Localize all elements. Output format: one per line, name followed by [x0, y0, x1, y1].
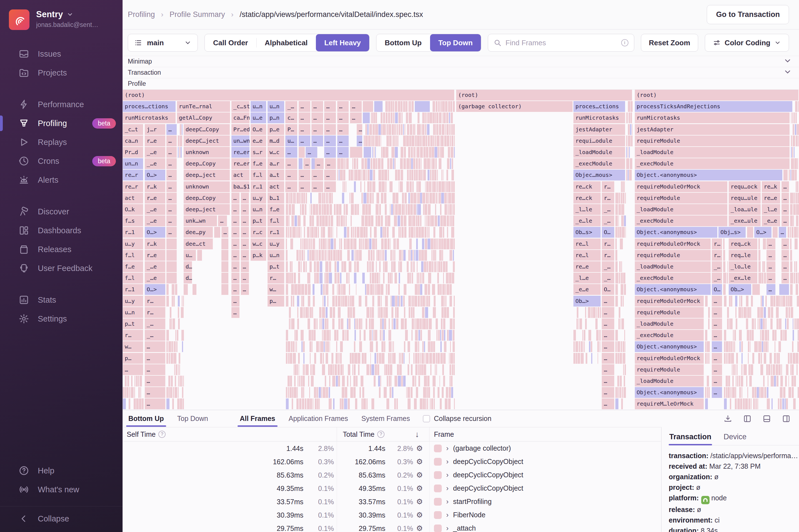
flame-frame[interactable]: f…l	[267, 215, 284, 226]
flame-frame[interactable]: …	[241, 250, 249, 261]
flame-frame[interactable]: …	[231, 215, 240, 226]
sidebar-item-crons[interactable]: Cronsbeta	[0, 152, 123, 170]
flame-frame[interactable]: …	[231, 296, 240, 306]
flame-frame[interactable]: …	[312, 181, 323, 192]
sidebar-item-settings[interactable]: Settings	[0, 309, 123, 328]
collapse-recursion-checkbox[interactable]: Collapse recursion	[423, 415, 491, 423]
flame-frame[interactable]: Pr…ed	[231, 124, 249, 135]
flame-frame[interactable]: re…ck	[573, 193, 601, 204]
segment-call-order[interactable]: Call Order	[205, 34, 256, 51]
flame-frame[interactable]: deepC…ject	[184, 135, 230, 146]
band-profile[interactable]: Profile	[123, 78, 799, 89]
flame-frame[interactable]: deep…ject	[184, 170, 230, 180]
frame-name-cell[interactable]: ›deepCyclicCopyObject	[434, 457, 523, 466]
flame-frame[interactable]	[364, 147, 371, 158]
flame-frame[interactable]: requ…ock	[729, 181, 761, 192]
flame-frame[interactable]: getAl…Copy	[177, 112, 230, 123]
table-row[interactable]: 29.75ms0.1%29.75ms0.1%⚙›_attach	[123, 522, 661, 532]
flame-frame[interactable]: e…e	[250, 135, 266, 146]
flame-frame[interactable]: u…n	[250, 204, 266, 215]
flame-frame[interactable]: _…e	[145, 147, 165, 158]
flame-frame[interactable]: w…c	[250, 239, 266, 249]
flame-frame[interactable]: f…l	[123, 273, 143, 284]
sidebar-item-performance[interactable]: Performance	[0, 95, 123, 114]
flame-frame[interactable]: p…e	[267, 124, 284, 135]
layout-right-panel-icon[interactable]	[782, 414, 791, 423]
flame-frame[interactable]	[363, 101, 373, 112]
flame-frame[interactable]: …	[231, 284, 240, 295]
flame-frame[interactable]: _…	[602, 215, 614, 226]
flame-frame[interactable]: r…c	[250, 227, 266, 238]
flame-frame[interactable]	[783, 170, 787, 180]
flame-frame[interactable]: re…k	[762, 181, 780, 192]
flame-frame[interactable]: re…e	[573, 261, 601, 272]
segment-top-down[interactable]: Top Down	[430, 34, 481, 51]
flame-frame[interactable]: proces…ctions	[573, 101, 625, 112]
flame-frame[interactable]: p…t	[250, 215, 266, 226]
expand-chevron-icon[interactable]: ›	[446, 471, 449, 479]
flame-frame[interactable]: dee…ct	[184, 239, 213, 249]
flame-frame[interactable]: u…	[285, 135, 297, 146]
flame-frame[interactable]: …	[231, 239, 240, 249]
flame-frame[interactable]: …	[166, 181, 177, 192]
flame-frame[interactable]: r…e	[145, 193, 165, 204]
flame-frame[interactable]: f…e	[250, 158, 266, 169]
total-time-header[interactable]: Total Time?	[343, 427, 385, 441]
flame-frame[interactable]: u…y	[123, 296, 143, 306]
sidebar-item-profiling[interactable]: Profilingbeta	[0, 114, 123, 133]
flame-frame[interactable]: f…l	[250, 170, 266, 180]
flame-frame[interactable]: …	[123, 364, 143, 375]
flame-frame[interactable]: _…e	[145, 273, 165, 284]
flame-frame[interactable]: …	[602, 353, 614, 364]
flame-frame[interactable]: …	[299, 101, 310, 112]
flame-frame[interactable]: _…e	[145, 158, 165, 169]
gear-icon[interactable]: ⚙	[414, 497, 425, 506]
flame-frame[interactable]: …	[315, 158, 324, 169]
collapse-sidebar-button[interactable]: Collapse	[0, 509, 123, 528]
flame-frame[interactable]: …	[285, 158, 297, 169]
flame-frame[interactable]: …	[324, 181, 336, 192]
flame-frame[interactable]: requireModule	[635, 250, 711, 261]
flame-frame[interactable]: unknown	[184, 181, 230, 192]
flame-frame[interactable]: O…	[602, 284, 614, 295]
expand-chevron-icon[interactable]: ›	[446, 511, 449, 519]
flame-frame[interactable]: req…ck	[729, 239, 757, 249]
gear-icon[interactable]: ⚙	[414, 511, 425, 519]
flame-frame[interactable]: r…	[712, 239, 722, 249]
flame-frame[interactable]: runMicrotasks	[123, 112, 175, 123]
flame-frame[interactable]: …	[166, 204, 177, 215]
tab-top-down[interactable]: Top Down	[177, 411, 209, 426]
flame-frame[interactable]	[415, 101, 430, 112]
flame-frame[interactable]: …	[324, 112, 336, 123]
frame-name-cell[interactable]: ›deepCyclicCopyObject	[434, 484, 523, 493]
flame-frame[interactable]: u…n	[267, 101, 284, 112]
table-row[interactable]: 49.35ms0.1%49.35ms0.1%⚙›deepCyclicCopyOb…	[123, 482, 661, 495]
flame-frame[interactable]: …	[285, 147, 297, 158]
flame-frame[interactable]: …	[602, 307, 614, 318]
flame-frame[interactable]: w…c	[267, 147, 284, 158]
flame-frame[interactable]: …	[337, 124, 349, 135]
flame-frame[interactable]: r…1	[267, 227, 284, 238]
flame-frame[interactable]: …	[781, 193, 789, 204]
flame-frame[interactable]: re…l	[573, 239, 601, 249]
flame-frame[interactable]	[214, 227, 220, 238]
flame-frame[interactable]: …	[781, 273, 789, 284]
flame-frame[interactable]	[166, 250, 177, 261]
flame-frame[interactable]: …	[241, 193, 249, 204]
flame-frame[interactable]: …	[712, 307, 722, 318]
flame-frame[interactable]	[221, 261, 228, 272]
frame-name-cell[interactable]: ›deepCyclicCopyObject	[434, 471, 523, 479]
flame-frame[interactable]: …	[145, 353, 165, 364]
flame-frame[interactable]: f…s	[123, 215, 143, 226]
gear-icon[interactable]: ⚙	[414, 444, 425, 453]
flame-frame[interactable]: runMicrotasks	[573, 112, 625, 123]
sidebar-item-alerts[interactable]: Alerts	[0, 170, 123, 189]
search-info-icon[interactable]: i	[621, 39, 628, 46]
flame-frame[interactable]: …	[312, 112, 323, 123]
flame-frame[interactable]: u…n	[250, 101, 266, 112]
flame-frame[interactable]: O…k	[123, 204, 143, 215]
flame-frame[interactable]: unknown	[184, 147, 230, 158]
frame-header[interactable]: Frame	[434, 427, 454, 441]
flame-frame[interactable]: …	[305, 147, 317, 158]
flame-frame[interactable]: _exe…ule	[729, 215, 761, 226]
